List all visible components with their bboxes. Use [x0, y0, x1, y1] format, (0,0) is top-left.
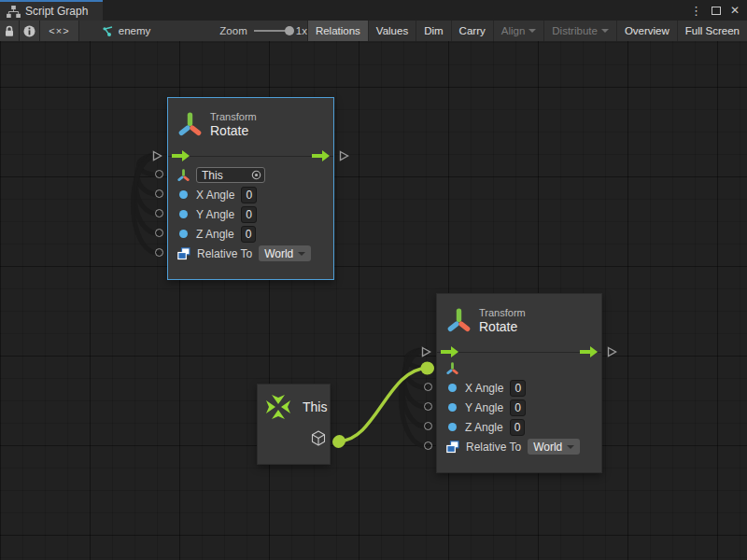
x-angle-field[interactable]: 0 [510, 380, 526, 397]
node-header: Transform Rotate [437, 294, 601, 342]
zoom-slider-handle[interactable] [285, 26, 294, 35]
node-category: Transform [479, 307, 526, 318]
node-this[interactable]: This [257, 384, 331, 465]
x-angle-row: X Angle 0 [168, 185, 333, 204]
zoom-label: Zoom [219, 25, 247, 36]
relations-button[interactable]: Relations [307, 21, 368, 41]
caret-down-icon [529, 29, 536, 33]
info-button[interactable] [20, 21, 40, 41]
node-rotate-2[interactable]: Transform Rotate [436, 293, 602, 473]
align-button[interactable]: Align [493, 21, 544, 41]
tab-script-graph[interactable]: Script Graph [0, 0, 103, 21]
carry-button[interactable]: Carry [451, 21, 493, 41]
node-title: Rotate [210, 123, 257, 138]
flow-output-port[interactable] [607, 346, 617, 357]
z-angle-input-port[interactable] [424, 422, 432, 430]
z-angle-input-port[interactable] [155, 229, 163, 237]
window-menu-icon[interactable]: ⋮ [690, 5, 702, 17]
relative-to-input-port[interactable] [155, 248, 163, 257]
float-port-icon [448, 423, 457, 431]
relative-to-dropdown[interactable]: World [528, 439, 580, 455]
graph-canvas[interactable]: Transform Rotate This [0, 41, 747, 560]
target-row: This [168, 165, 333, 185]
tab-title: Script Graph [25, 5, 88, 18]
y-angle-row: Y Angle 0 [437, 398, 601, 417]
transform-icon [178, 112, 202, 137]
flow-input-port[interactable] [152, 150, 162, 161]
relative-to-row: Relative To World [437, 437, 601, 456]
lock-icon [4, 25, 15, 37]
script-graph-asset-icon [101, 25, 114, 36]
target-input-port-connected[interactable] [422, 362, 434, 374]
float-port-icon [179, 230, 188, 238]
node-header: Transform Rotate [168, 98, 333, 146]
relative-to-input-port[interactable] [424, 441, 432, 450]
z-angle-field[interactable]: 0 [510, 419, 526, 436]
caret-down-icon [567, 445, 574, 449]
connections-layer [0, 41, 747, 560]
target-object-field[interactable]: This [196, 167, 265, 183]
info-icon [23, 25, 35, 37]
flow-arrow-icon [312, 150, 330, 161]
enum-icon [446, 441, 459, 454]
x-angle-input-port[interactable] [424, 383, 432, 391]
z-angle-row: Z Angle 0 [168, 224, 333, 244]
relative-to-row: Relative To World [168, 244, 333, 263]
zoom-slider[interactable] [254, 30, 289, 32]
graph-icon [7, 6, 21, 18]
float-port-icon [179, 190, 188, 199]
preview-code-button[interactable]: <×> [40, 21, 79, 41]
flow-input-port[interactable] [421, 346, 431, 357]
node-title: Rotate [479, 319, 526, 334]
connection-wire[interactable] [340, 369, 428, 441]
this-icon [265, 394, 291, 420]
x-angle-row: X Angle 0 [437, 378, 601, 398]
title-bar: Script Graph ⋮ ✕ [0, 0, 747, 21]
object-picker-icon[interactable] [251, 170, 261, 180]
distribute-button[interactable]: Distribute [543, 21, 616, 41]
enum-icon [177, 247, 190, 260]
y-angle-input-port[interactable] [155, 209, 163, 217]
node-title: This [303, 399, 327, 414]
dim-button[interactable]: Dim [416, 21, 450, 41]
y-angle-field[interactable]: 0 [241, 206, 257, 223]
target-input-port[interactable] [155, 170, 163, 178]
maximize-icon[interactable] [712, 7, 721, 15]
close-icon[interactable]: ✕ [730, 5, 740, 16]
relative-to-dropdown[interactable]: World [259, 245, 311, 261]
title-bar-drag-area[interactable] [103, 0, 690, 21]
y-angle-field[interactable]: 0 [510, 399, 526, 416]
node-rotate-1[interactable]: Transform Rotate This [167, 97, 334, 280]
overview-button[interactable]: Overview [616, 21, 677, 41]
zoom-value: 1x [296, 25, 307, 36]
node-category: Transform [210, 111, 257, 122]
float-port-icon [448, 403, 457, 412]
flow-arrow-icon [441, 346, 458, 357]
graph-name: enemy [119, 25, 151, 36]
float-port-icon [179, 210, 188, 218]
flow-arrow-icon [580, 346, 598, 357]
script-graph-window: Script Graph ⋮ ✕ <×> [0, 0, 747, 560]
target-row [437, 358, 601, 378]
values-button[interactable]: Values [368, 21, 416, 41]
fullscreen-button[interactable]: Full Screen [677, 21, 747, 41]
transform-mini-icon [446, 362, 458, 375]
flow-arrow-icon [172, 150, 190, 161]
caret-down-icon [601, 29, 609, 33]
flow-row [437, 342, 601, 353]
caret-down-icon [298, 252, 305, 256]
flow-output-port[interactable] [339, 150, 349, 161]
this-output-port[interactable] [332, 436, 345, 448]
z-angle-row: Z Angle 0 [437, 417, 601, 437]
x-angle-field[interactable]: 0 [241, 187, 257, 203]
z-angle-field[interactable]: 0 [241, 226, 257, 243]
y-angle-row: Y Angle 0 [168, 204, 333, 224]
y-angle-input-port[interactable] [424, 402, 432, 411]
float-port-icon [448, 384, 457, 392]
x-angle-input-port[interactable] [155, 189, 163, 198]
graph-toolbar: <×> enemy Zoom 1x Relations Values Dim C… [0, 21, 747, 41]
transform-icon [447, 308, 471, 333]
lock-button[interactable] [0, 21, 20, 41]
graph-reference[interactable]: enemy [93, 21, 159, 41]
transform-mini-icon [177, 169, 190, 182]
